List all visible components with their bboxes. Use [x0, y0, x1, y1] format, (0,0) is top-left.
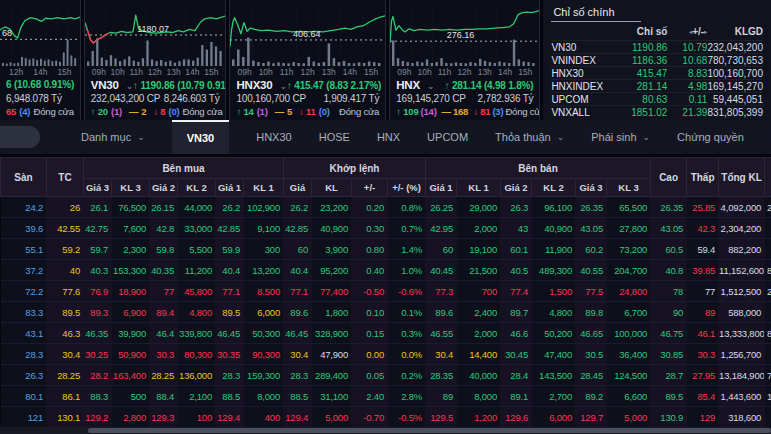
subcol-kl-3[interactable]: KL 3 — [112, 179, 150, 197]
cell: 30.45 — [501, 344, 532, 365]
subcol-gi-2[interactable]: Giá 2 — [501, 179, 532, 197]
tab-vn30[interactable]: VN30 — [172, 120, 230, 154]
stock-row[interactable]: 28.330.430.2550,90030.380,30030.3590,300… — [1, 344, 771, 365]
horizontal-scrollbar[interactable] — [0, 427, 771, 434]
up-arrow-icon: ↑ — [396, 106, 401, 117]
time-axis: 09h10h11h12h13h14h15h — [390, 66, 539, 78]
col-foreign-clipped[interactable]: N — [765, 158, 771, 197]
index-turnover: 2,782.936 Tỷ — [478, 93, 534, 106]
stock-row[interactable]: 83.389.589.36,90089.44,80089.56,00089.61… — [1, 302, 771, 323]
cell: 40.45 — [426, 260, 457, 281]
cell: 72.2 — [1, 281, 47, 302]
index-row-hnxindex[interactable]: HNXINDEX281.144.98169,145,270 — [551, 79, 763, 92]
index-row-upcom[interactable]: UPCOM80.630.1159,445,051 — [551, 92, 763, 105]
cell: 77.1 — [216, 281, 244, 302]
collapsed-search-pill[interactable] — [0, 126, 40, 148]
up-arrow-icon: ↑ — [91, 106, 96, 117]
advancers-count: 20 — [98, 106, 108, 117]
stock-row[interactable]: 26.328.2528.2163,40028.25136,00028.3159,… — [1, 365, 771, 386]
index-row-vnindex[interactable]: VNINDEX1186.3610.68780,730,653 — [551, 53, 763, 66]
tab-upcom[interactable]: UPCOM — [427, 120, 468, 154]
cell: 2,000 — [457, 218, 501, 239]
col-high[interactable]: Cao — [651, 158, 687, 197]
index-value: 1851.02 — [615, 107, 667, 118]
cell: 50,300 — [244, 323, 284, 344]
subcol-kl[interactable]: KL — [312, 179, 352, 197]
decliners-count: 65 — [6, 106, 16, 117]
subcol-gi-1[interactable]: Giá 1 — [216, 179, 244, 197]
horizontal-scrollbar-thumb[interactable] — [88, 428, 771, 433]
cell: 42.75 — [84, 218, 112, 239]
cell: 1,256,700 — [719, 344, 765, 365]
subcol-kl-1[interactable]: KL 1 — [244, 179, 284, 197]
index-turnover: 8,246.603 Tỷ — [164, 93, 220, 106]
stock-row[interactable]: 37.24040.3153,30040.3511,20040.413,20040… — [1, 260, 771, 281]
chevron-down-icon[interactable]: ⌄ — [126, 81, 133, 91]
stock-row[interactable]: 24.22626.176,50026.1544,00026.2102,90026… — [1, 197, 771, 218]
col-index-value[interactable]: Chỉ số — [615, 26, 667, 37]
subcol-kl-3[interactable]: KL 3 — [607, 179, 651, 197]
subcol--[interactable]: +/- (%) — [388, 179, 426, 197]
decliners-floor-count: (3) — [492, 106, 503, 117]
subcol-gi-[interactable]: Giá — [284, 179, 312, 197]
tab-phái-sinh[interactable]: Phái sinh⌄ — [591, 120, 650, 154]
cell: 42.95 — [426, 218, 457, 239]
time-tick: 13h — [322, 67, 336, 78]
chevron-down-icon[interactable]: ⌄ — [280, 81, 287, 91]
chevron-down-icon[interactable]: ⌄ — [427, 81, 434, 91]
index-klgd: 780,730,653 — [707, 55, 763, 66]
cell: 89 — [426, 386, 457, 407]
cell: 1,500 — [532, 281, 576, 302]
index-klgd: 169,145,270 — [707, 81, 763, 92]
stock-row[interactable]: 55.159.259.72,30059.85,50059.9300603,900… — [1, 239, 771, 260]
stock-row[interactable]: 72.277.676.918,9007745,80077.18,50077.17… — [1, 281, 771, 302]
stock-row[interactable]: 121130.1129.22,800129.3100129.4400129.45… — [1, 407, 771, 428]
cell: 40 — [47, 260, 84, 281]
cell: 28.25 — [150, 365, 178, 386]
cell: 29,000 — [457, 197, 501, 218]
subcol-kl-2[interactable]: KL 2 — [178, 179, 216, 197]
cell: 28.3 — [284, 365, 312, 386]
col-klgd[interactable]: KLGD — [707, 26, 763, 37]
session-status: Đóng cửa — [505, 106, 540, 117]
subcol-gi-3[interactable]: Giá 3 — [84, 179, 112, 197]
subcol-gi-1[interactable]: Giá 1 — [426, 179, 457, 197]
col-total-volume[interactable]: Tổng KL — [719, 158, 765, 197]
subcol-gi-3[interactable]: Giá 3 — [576, 179, 607, 197]
cell: 153,300 — [112, 260, 150, 281]
subcol--[interactable]: +/- — [352, 179, 388, 197]
index-row-vn30[interactable]: VN301190.8610.79232,043,200 — [551, 40, 763, 53]
stock-row[interactable]: 39.642.5542.757,60042.833,00042.859,1004… — [1, 218, 771, 239]
price-table: Sàn TC Bên mua Khớp lệnh Bên bán Cao Thấ… — [0, 157, 771, 428]
stock-row[interactable]: 43.146.346.3539,90046.4339,80046.4550,30… — [1, 323, 771, 344]
tab-hnx[interactable]: HNX — [377, 120, 400, 154]
cell: 328,900 — [312, 323, 352, 344]
time-tick: 14h — [185, 67, 199, 78]
stock-row[interactable]: 80.186.188.350088.42,10088.58,00088.531,… — [1, 386, 771, 407]
tab-hose[interactable]: HOSE — [319, 120, 350, 154]
cell: 39.6 — [1, 218, 47, 239]
market-overview-strip: 68 12h14h15h 6 (10.68 0.91%) 6,948.078 T… — [0, 0, 771, 120]
cell: 88.5 — [284, 386, 312, 407]
advancers-ceiling-count: (14) — [421, 106, 437, 117]
tab-hnx30[interactable]: HNX30 — [256, 120, 291, 154]
col-low[interactable]: Thấp — [687, 158, 719, 197]
subcol-kl-1[interactable]: KL 1 — [457, 179, 501, 197]
cell: 30.35 — [216, 344, 244, 365]
time-tick: 10h — [259, 67, 273, 78]
tab-thỏa-thuận[interactable]: Thỏa thuận⌄ — [495, 120, 564, 154]
cell: 89.6 — [284, 302, 312, 323]
cell: 30.4 — [284, 344, 312, 365]
col-floor[interactable]: Sàn — [1, 158, 47, 197]
index-row-vnxall[interactable]: VNXALL1851.0221.39831,805,399 — [551, 105, 763, 118]
tab-chứng-quyền[interactable]: Chứng quyền — [677, 120, 744, 154]
cell: 28.3 — [216, 365, 244, 386]
cell: 1 — [765, 386, 771, 407]
subcol-gi-2[interactable]: Giá 2 — [150, 179, 178, 197]
subcol-kl-2[interactable]: KL 2 — [532, 179, 576, 197]
tab-danh-mục[interactable]: Danh mục⌄ — [81, 120, 145, 154]
index-row-hnx30[interactable]: HNX30415.478.83100,160,700 — [551, 66, 763, 79]
col-reference[interactable]: TC — [47, 158, 84, 197]
cell: 13,184,900 — [719, 365, 765, 386]
cell: 46.3 — [47, 323, 84, 344]
